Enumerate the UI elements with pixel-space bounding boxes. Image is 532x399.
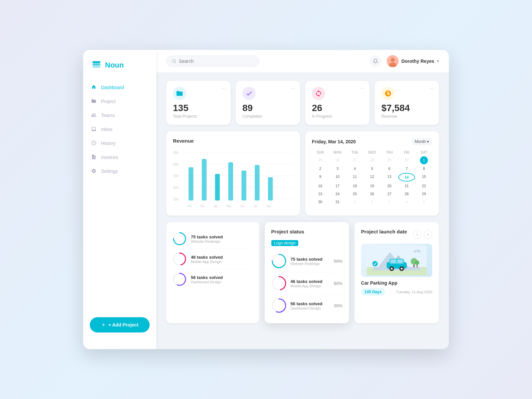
status-task-name: 46 tasks solved: [291, 279, 330, 284]
calendar-day[interactable]: 3: [329, 165, 346, 172]
sidebar-item-project[interactable]: Project: [83, 94, 156, 108]
calendar-day[interactable]: 24: [329, 190, 346, 198]
launch-image: [361, 244, 432, 277]
calendar-day[interactable]: 5: [364, 165, 380, 172]
calendar-day[interactable]: 28: [398, 190, 415, 198]
stat-number-3: $7,584: [381, 103, 432, 113]
calendar-day[interactable]: 28: [364, 156, 380, 164]
status-item: 75 tasks solved Website Redesign 50%: [271, 250, 342, 272]
search-input[interactable]: [179, 59, 254, 64]
svg-text:Jun: Jun: [240, 204, 244, 208]
calendar-day[interactable]: 2: [364, 198, 380, 205]
calendar-day[interactable]: 23: [312, 190, 329, 198]
calendar-day[interactable]: 27: [381, 190, 398, 198]
calendar-day[interactable]: 27: [346, 156, 363, 164]
calendar-day[interactable]: 22: [416, 182, 432, 190]
status-info: 56 tasks solved Dashboard Design: [291, 301, 330, 310]
user-profile[interactable]: Dorothy Reyes ▾: [387, 55, 439, 67]
svg-rect-22: [228, 162, 233, 200]
prev-project-button[interactable]: ‹: [413, 230, 422, 239]
status-project: Dashboard Design: [291, 306, 330, 310]
sidebar-item-settings[interactable]: Settings: [83, 164, 156, 178]
task-name: 46 tasks solved: [191, 255, 223, 260]
status-project: Mobile App Design: [291, 284, 330, 288]
calendar-day[interactable]: 3: [381, 198, 398, 205]
calendar-day[interactable]: 29: [416, 190, 432, 198]
sidebar-item-invoices[interactable]: Invoices: [83, 150, 156, 164]
status-task-name: 56 tasks solved: [291, 301, 330, 306]
calendar-month-button[interactable]: Month ▾: [411, 138, 432, 145]
sidebar-item-dashboard[interactable]: Dashboard: [83, 80, 156, 94]
calendar-day[interactable]: 5: [416, 198, 432, 205]
bell-icon: [373, 59, 378, 64]
calendar-day[interactable]: 7: [398, 165, 415, 172]
sidebar-item-inbox[interactable]: Inbox: [83, 122, 156, 136]
revenue-card: Revenue $50k $40k $30k $20k $10k: [166, 131, 300, 215]
stat-label-1: Completed: [242, 114, 293, 119]
add-project-button[interactable]: ＋ + Add Project: [90, 317, 150, 332]
calendar-day[interactable]: 2: [312, 165, 329, 172]
svg-rect-57: [397, 260, 403, 263]
task-project: Website Redesign: [191, 239, 223, 243]
search-bar[interactable]: [166, 56, 259, 67]
header-right: Dorothy Reyes ▾: [369, 55, 439, 67]
sidebar-logo: Noun: [83, 60, 156, 80]
calendar-day[interactable]: 15: [416, 173, 432, 182]
calendar-day[interactable]: 30: [312, 198, 329, 205]
calendar-day[interactable]: 9: [312, 173, 329, 182]
svg-rect-19: [189, 167, 193, 200]
svg-rect-24: [255, 165, 259, 200]
calendar-day[interactable]: 14: [398, 173, 415, 182]
svg-rect-1: [92, 64, 100, 66]
calendar-day[interactable]: 10: [329, 173, 346, 182]
notification-button[interactable]: [369, 55, 381, 67]
calendar-day[interactable]: 18: [346, 182, 363, 190]
calendar-day[interactable]: 21: [398, 182, 415, 190]
calendar-day[interactable]: 13: [381, 173, 398, 182]
sidebar-item-teams[interactable]: Teams: [83, 108, 156, 122]
svg-text:Apr: Apr: [214, 204, 217, 208]
calendar-day[interactable]: 17: [329, 182, 346, 190]
tasks-card: 75 tasks solved Website Redesign 46 task…: [166, 222, 259, 323]
calendar-day[interactable]: 25: [346, 190, 363, 198]
calendar-day[interactable]: 29: [381, 156, 398, 164]
calendar-day[interactable]: 31: [329, 198, 346, 205]
svg-rect-21: [215, 174, 220, 200]
calendar-day[interactable]: 4: [398, 198, 415, 205]
status-tab[interactable]: Logo design: [271, 240, 298, 246]
calendar-day[interactable]: 1: [420, 156, 428, 164]
avatar: [387, 55, 399, 67]
calendar-day[interactable]: 8: [416, 165, 432, 172]
calendar-grid: SUNMONTUEWEDTHUFRISAT2526272829301234567…: [312, 149, 432, 205]
svg-text:May: May: [227, 204, 231, 208]
calendar-day-header: FRI: [398, 149, 415, 156]
main-content: Dorothy Reyes ▾ ··· 135 Total Projects ·…: [156, 50, 449, 349]
stat-more-button-3[interactable]: ···: [430, 85, 434, 91]
status-task-name: 75 tasks solved: [291, 257, 330, 262]
stat-more-button-0[interactable]: ···: [221, 85, 226, 91]
task-ring-icon: [173, 252, 186, 266]
calendar-day[interactable]: 1: [346, 198, 363, 205]
calendar-day[interactable]: 11: [346, 173, 363, 182]
sidebar-item-history[interactable]: History: [83, 136, 156, 150]
stat-number-0: 135: [173, 103, 224, 113]
gear-icon: [91, 168, 97, 174]
calendar-day[interactable]: 30: [398, 156, 415, 164]
calendar-day[interactable]: 4: [346, 165, 363, 172]
stat-more-button-2[interactable]: ···: [360, 85, 365, 91]
calendar-day[interactable]: 25: [312, 156, 329, 164]
calendar-day[interactable]: 6: [381, 165, 398, 172]
calendar-day[interactable]: 20: [381, 182, 398, 190]
sidebar: Noun DashboardProjectTeamsInboxHistoryIn…: [83, 50, 156, 349]
task-info: 56 tasks solved Dashboard Design: [191, 275, 223, 284]
calendar-day[interactable]: 19: [364, 182, 380, 190]
calendar-day-header: WED: [364, 149, 380, 156]
stat-more-button-1[interactable]: ···: [291, 85, 295, 91]
app-container: Noun DashboardProjectTeamsInboxHistoryIn…: [83, 50, 449, 349]
calendar-day[interactable]: 26: [329, 156, 346, 164]
next-project-button[interactable]: ›: [424, 230, 432, 239]
calendar-day[interactable]: 26: [364, 190, 380, 198]
calendar-day[interactable]: 16: [312, 182, 329, 190]
svg-rect-25: [268, 177, 273, 200]
calendar-day[interactable]: 12: [364, 173, 380, 182]
